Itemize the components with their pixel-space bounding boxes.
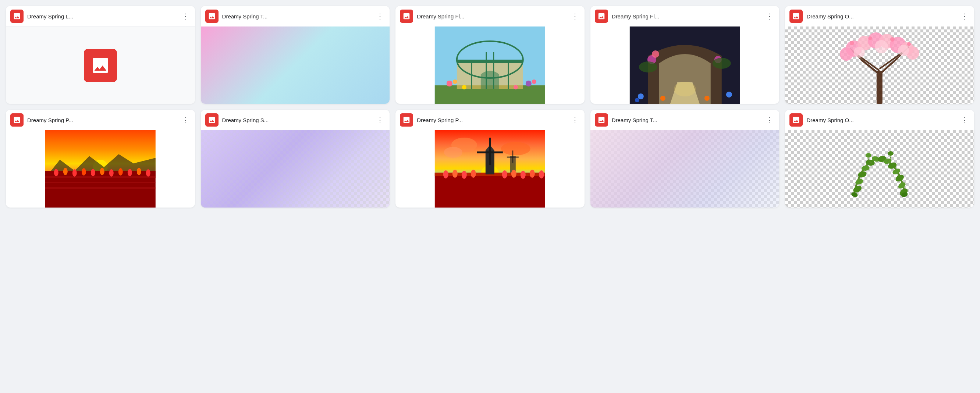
card-5-header: Dreamy Spring O... ⋮ <box>785 6 974 27</box>
svg-point-65 <box>137 168 141 175</box>
card-10-menu[interactable]: ⋮ <box>959 115 970 125</box>
card-10-title: Dreamy Spring O... <box>807 117 956 123</box>
image-grid: Dreamy Spring L... ⋮ Dreamy Spring T... … <box>6 6 974 208</box>
svg-point-23 <box>635 98 640 102</box>
svg-rect-53 <box>45 176 156 178</box>
svg-point-25 <box>705 95 710 101</box>
card-2-header: Dreamy Spring T... ⋮ <box>201 6 390 27</box>
card-9-menu[interactable]: ⋮ <box>764 115 775 125</box>
svg-point-107 <box>851 191 859 197</box>
svg-point-19 <box>639 62 657 73</box>
card-1: Dreamy Spring L... ⋮ <box>6 6 195 104</box>
svg-point-60 <box>91 169 95 176</box>
svg-point-63 <box>118 168 123 175</box>
card-1-icon <box>10 10 24 23</box>
svg-point-88 <box>471 170 476 178</box>
card-7-header: Dreamy Spring S... ⋮ <box>201 110 390 130</box>
card-10-image <box>785 130 974 208</box>
svg-point-43 <box>875 40 888 53</box>
svg-point-91 <box>520 171 526 179</box>
svg-point-42 <box>854 47 865 58</box>
card-1-menu[interactable]: ⋮ <box>180 11 191 21</box>
svg-point-20 <box>713 58 731 69</box>
card-3-menu[interactable]: ⋮ <box>570 11 580 21</box>
card-3-title: Dreamy Spring Fl... <box>417 13 566 19</box>
card-2-icon <box>205 10 218 23</box>
svg-point-93 <box>539 170 544 178</box>
card-2-menu[interactable]: ⋮ <box>375 11 385 21</box>
card-8-image <box>395 130 585 208</box>
svg-point-70 <box>501 142 530 155</box>
svg-point-45 <box>850 41 854 45</box>
card-3: Dreamy Spring Fl... ⋮ <box>395 6 585 104</box>
svg-point-11 <box>526 81 531 86</box>
svg-point-87 <box>462 171 467 179</box>
svg-point-26 <box>674 82 696 96</box>
card-5: Dreamy Spring O... ⋮ <box>785 6 974 104</box>
card-3-image <box>395 27 585 104</box>
card-10: Dreamy Spring O... ⋮ <box>785 110 974 208</box>
card-5-title: Dreamy Spring O... <box>807 13 956 19</box>
card-9-icon <box>595 113 608 127</box>
svg-point-58 <box>72 169 77 177</box>
card-2-image <box>201 27 390 104</box>
card-8-title: Dreamy Spring P... <box>417 117 566 123</box>
card-7-menu[interactable]: ⋮ <box>375 115 385 125</box>
card-6-image <box>6 130 195 208</box>
svg-point-44 <box>898 45 909 56</box>
card-8-header: Dreamy Spring P... ⋮ <box>395 110 585 130</box>
svg-point-61 <box>100 168 105 175</box>
card-6-icon <box>10 113 24 127</box>
svg-point-59 <box>82 168 86 175</box>
card-1-image <box>6 27 195 104</box>
card-10-header: Dreamy Spring O... ⋮ <box>785 110 974 130</box>
card-3-icon <box>400 10 413 23</box>
svg-line-28 <box>861 60 880 74</box>
card-5-menu[interactable]: ⋮ <box>959 11 970 21</box>
svg-point-86 <box>452 170 458 178</box>
card-9-header: Dreamy Spring T... ⋮ <box>590 110 780 130</box>
card-4-image <box>590 27 780 104</box>
card-7-image <box>201 130 390 208</box>
card-4-header: Dreamy Spring Fl... ⋮ <box>590 6 780 27</box>
svg-point-109 <box>865 153 872 158</box>
card-6-header: Dreamy Spring P... ⋮ <box>6 110 195 130</box>
card-4-menu[interactable]: ⋮ <box>764 11 775 21</box>
svg-rect-72 <box>435 173 545 208</box>
svg-point-57 <box>63 168 68 175</box>
card-1-header: Dreamy Spring L... ⋮ <box>6 6 195 27</box>
svg-point-12 <box>532 80 536 84</box>
card-10-icon <box>789 113 803 127</box>
svg-point-66 <box>146 169 150 177</box>
card-3-header: Dreamy Spring Fl... ⋮ <box>395 6 585 27</box>
card-4-title: Dreamy Spring Fl... <box>612 13 761 19</box>
svg-point-9 <box>447 81 452 86</box>
svg-point-48 <box>907 42 911 46</box>
svg-point-17 <box>652 51 659 58</box>
card-6-menu[interactable]: ⋮ <box>180 115 191 125</box>
svg-point-13 <box>462 85 466 89</box>
svg-point-40 <box>840 48 853 61</box>
svg-point-90 <box>511 170 517 178</box>
card-6-title: Dreamy Spring P... <box>27 117 177 123</box>
svg-rect-54 <box>45 182 156 183</box>
svg-rect-4 <box>457 60 523 63</box>
card-8: Dreamy Spring P... ⋮ <box>395 110 585 208</box>
card-5-image <box>785 27 974 104</box>
svg-point-85 <box>443 170 449 178</box>
svg-point-46 <box>869 37 872 40</box>
card-9-title: Dreamy Spring T... <box>612 117 761 123</box>
card-8-menu[interactable]: ⋮ <box>570 115 580 125</box>
svg-point-92 <box>530 170 535 178</box>
svg-point-22 <box>726 92 732 97</box>
svg-point-14 <box>514 85 518 89</box>
svg-point-10 <box>453 80 457 84</box>
card-5-icon <box>789 10 803 23</box>
card-4: Dreamy Spring Fl... ⋮ <box>590 6 780 104</box>
svg-point-21 <box>638 94 644 99</box>
card-1-title: Dreamy Spring L... <box>27 13 177 19</box>
card-9-image <box>590 130 780 208</box>
svg-point-71 <box>444 147 462 158</box>
card-2: Dreamy Spring T... ⋮ <box>201 6 390 104</box>
svg-point-56 <box>54 169 59 176</box>
